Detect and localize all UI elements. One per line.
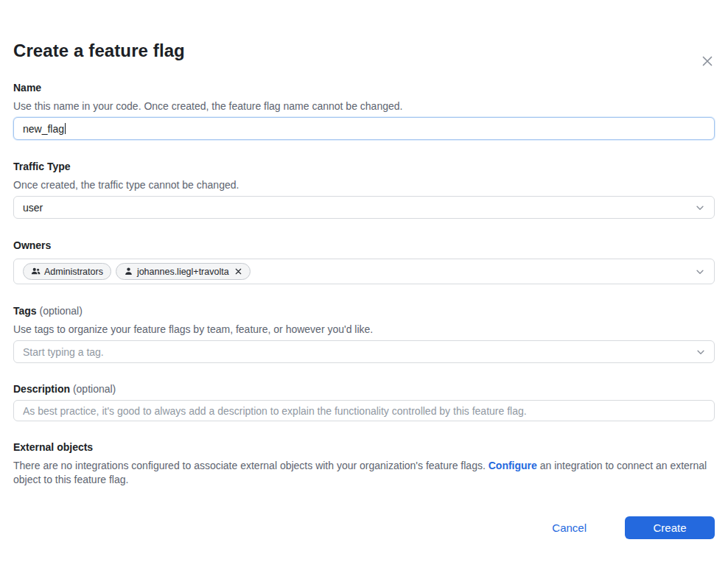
- traffic-type-selected-value: user: [23, 202, 43, 214]
- chevron-down-icon: [695, 203, 705, 213]
- owner-chip-label: johannes.liegl+travolta: [137, 267, 229, 277]
- tags-input[interactable]: [13, 340, 715, 363]
- owners-select[interactable]: Administrators johannes.liegl+travolta: [13, 259, 715, 284]
- remove-owner-icon[interactable]: [234, 267, 242, 275]
- description-optional-hint: (optional): [73, 383, 116, 395]
- modal-footer: Cancel Create: [13, 516, 715, 539]
- traffic-type-helper-text: Once created, the traffic type cannot be…: [13, 178, 715, 192]
- configure-link[interactable]: Configure: [489, 460, 537, 471]
- external-objects-text: There are no integrations configured to …: [13, 459, 715, 487]
- owner-chip-label: Administrators: [44, 267, 103, 277]
- tags-helper-text: Use tags to organize your feature flags …: [13, 323, 715, 337]
- name-label: Name: [13, 81, 715, 95]
- owners-label: Owners: [13, 239, 715, 253]
- owner-chip-administrators[interactable]: Administrators: [23, 263, 111, 280]
- name-helper-text: Use this name in your code. Once created…: [13, 99, 715, 113]
- tags-label: Tags (optional): [13, 304, 715, 318]
- text-cursor: [65, 123, 66, 134]
- name-input[interactable]: new_flag: [13, 117, 715, 140]
- person-icon: [124, 267, 133, 276]
- cancel-button[interactable]: Cancel: [547, 521, 591, 535]
- description-input[interactable]: [13, 400, 715, 421]
- group-people-icon: [31, 267, 41, 276]
- tags-field-wrapper: [13, 340, 715, 363]
- close-icon[interactable]: [699, 52, 716, 70]
- traffic-type-label: Traffic Type: [13, 160, 715, 174]
- external-objects-label: External objects: [13, 440, 715, 454]
- modal-title: Create a feature flag: [13, 40, 715, 61]
- description-label: Description (optional): [13, 382, 715, 396]
- chevron-down-icon: [695, 267, 705, 277]
- create-feature-flag-modal: Create a feature flag Name Use this name…: [0, 40, 728, 562]
- owner-chip-user[interactable]: johannes.liegl+travolta: [116, 263, 251, 280]
- traffic-type-select[interactable]: user: [13, 196, 715, 219]
- name-input-value: new_flag: [23, 123, 64, 135]
- create-button[interactable]: Create: [625, 516, 715, 539]
- external-objects-text-before: There are no integrations configured to …: [13, 460, 489, 471]
- tags-optional-hint: (optional): [40, 305, 83, 317]
